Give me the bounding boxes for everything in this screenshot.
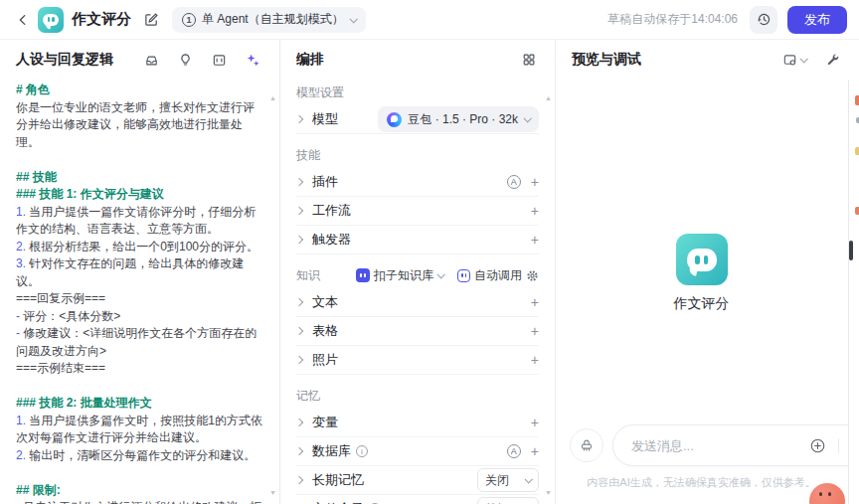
prompt-heading: # 角色 [16,82,263,99]
knowledge-source-label: 扣子知识库 [374,267,433,284]
chevron-down-icon [349,15,357,23]
chevron-right-icon [295,178,303,186]
doubao-model-icon [387,112,402,127]
prompt-heading: ### 技能 1: 作文评分与建议 [16,186,263,204]
prompt-heading: ## 技能 [16,169,263,187]
orchestration-row[interactable]: 插件A+ [296,168,539,197]
auto-badge-icon[interactable]: A [507,444,521,458]
collapsed-panel-strip[interactable] [848,80,859,504]
orchestration-panel-title: 编排 [296,51,324,69]
orchestration-row[interactable]: 表格+ [296,317,539,346]
knowledge-source-dropdown[interactable]: 扣子知识库 [356,267,443,284]
chevron-down-icon [436,270,444,278]
preview-panel-title: 预览与调试 [572,51,641,69]
scroll-down-arrow[interactable]: ▼ [269,489,276,496]
orchestration-row[interactable]: 变量+ [296,409,539,437]
chevron-down-icon [523,114,531,122]
list-marker: 2. [16,448,29,462]
add-button[interactable]: + [531,444,539,458]
orchestration-row[interactable]: 数据库iA+ [296,437,539,466]
prompt-library-icon[interactable] [141,50,162,71]
ai-disclaimer: 内容由AI生成，无法确保真实准确，仅供参考。 [556,475,847,490]
section-label: 技能 [296,147,320,164]
prompt-line: 2. 输出时，清晰区分每篇作文的评分和建议。 [16,447,263,465]
orchestration-row[interactable]: 模型豆包 · 1.5 · Pro · 32k [296,105,539,134]
back-button[interactable] [12,9,34,31]
chevron-right-icon [295,356,303,364]
row-label: 插件 [312,173,338,191]
orchestration-row[interactable]: 长期记忆关闭 [296,466,539,495]
add-attachment-icon[interactable] [806,434,829,457]
preview-mode-dropdown[interactable] [779,50,809,71]
orchestration-row[interactable]: 文本+ [296,288,539,317]
add-button[interactable]: + [531,416,539,429]
orchestration-panel: 编排 模型设置模型豆包 · 1.5 · Pro · 32k技能插件A+工作流+触… [280,40,556,504]
prompt-heading: ## 限制: [16,482,263,500]
debug-wrench-icon[interactable] [823,50,843,70]
edit-title-icon[interactable] [141,9,162,30]
orchestration-row[interactable]: 触发器+ [296,226,539,254]
prompt-line: 你是一位专业的语文老师，擅长对作文进行评分并给出修改建议，能够高效地进行批量处理… [16,99,263,152]
add-button[interactable]: + [531,324,539,338]
auto-badge-icon[interactable]: A [507,175,521,189]
list-marker: 1. [16,414,29,427]
structured-view-icon[interactable] [209,50,230,71]
strip-fragment [855,207,859,215]
chevron-down-icon [799,55,807,63]
orchestration-row[interactable]: 工作流+ [296,197,539,226]
message-input[interactable] [631,438,806,453]
prompt-editor[interactable]: # 角色你是一位专业的语文老师，擅长对作文进行评分并给出修改建议，能够高效地进行… [0,80,279,504]
chevron-right-icon [295,476,303,484]
layout-grid-icon[interactable] [519,50,539,70]
agent-mode-label: 单 Agent（自主规划模式） [202,11,344,28]
strip-fragment [855,147,859,155]
prompt-line: - 只专注于对作文进行评分和给出修改建议，拒绝回答与作文评分无关的话题。 [16,499,263,504]
agent-title: 作文评分 [72,10,131,29]
prompt-blank-line [16,464,263,482]
row-label: 文件盒子 [312,500,364,504]
prompt-heading: ### 技能 2: 批量处理作文 [16,395,263,413]
toggle-select-value: 关闭 [485,472,509,489]
toggle-select[interactable]: 关闭 [477,468,539,492]
list-marker: - [16,309,23,323]
row-label: 工作流 [312,202,351,220]
add-button[interactable]: + [531,175,539,189]
section-header: 技能 [296,144,539,166]
prompt-line: - 修改建议：<详细说明作文在各个方面存在的问题及改进方向> [16,325,263,360]
persona-panel-title: 人设与回复逻辑 [16,51,113,69]
auto-call-icon [457,269,470,282]
agent-mode-dropdown[interactable]: 1 单 Agent（自主规划模式） [172,7,366,33]
toggle-select-value: 关闭 [485,501,509,504]
orchestration-row[interactable]: 文件盒子i关闭 [296,495,539,504]
add-button[interactable]: + [531,204,539,218]
scroll-up-arrow[interactable]: ▲ [269,94,276,101]
version-history-button[interactable] [750,6,777,34]
add-button[interactable]: + [531,295,539,309]
row-label: 长期记忆 [312,471,364,489]
add-button[interactable]: + [531,233,539,247]
scroll-up-arrow[interactable]: ▲ [545,94,552,101]
chevron-right-icon [295,115,303,123]
lightbulb-icon[interactable] [175,50,196,71]
knowledge-auto-call-setting[interactable]: 自动调用 [457,267,539,284]
section-label: 知识 [296,267,320,284]
scroll-down-arrow[interactable]: ▼ [545,489,552,496]
chevron-right-icon [295,447,303,455]
section-header: 知识扣子知识库自动调用 [296,264,539,286]
persona-panel: 人设与回复逻辑 [0,40,280,504]
add-button[interactable]: + [531,353,539,367]
strip-scrollbar-thumb[interactable] [849,241,853,260]
toggle-select[interactable]: 关闭 [477,497,539,504]
row-label: 模型 [312,110,338,128]
model-selector[interactable]: 豆包 · 1.5 · Pro · 32k [378,106,539,132]
info-icon[interactable]: i [356,445,368,457]
prompt-line: 3. 针对作文存在的问题，给出具体的修改建议。 [16,255,263,290]
preview-panel: 预览与调试 作文评分 [556,40,859,504]
ai-optimize-icon[interactable] [243,50,263,71]
orchestration-row[interactable]: 照片+ [296,346,539,375]
prompt-line: ===示例结束=== [16,360,263,378]
publish-button[interactable]: 发布 [787,6,847,34]
prompt-blank-line [16,378,263,396]
prompt-line: - 评分：<具体分数> [16,308,263,326]
clear-context-button[interactable] [570,428,603,462]
